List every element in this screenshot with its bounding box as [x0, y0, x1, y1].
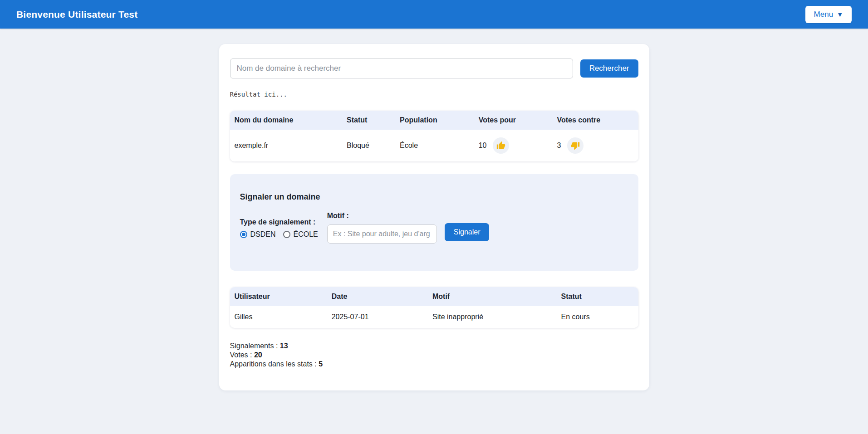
- col-header-votes-contre: Votes contre: [552, 111, 638, 130]
- report-section-title: Signaler un domaine: [240, 192, 628, 202]
- search-result-placeholder: Résultat ici...: [230, 91, 638, 98]
- votes-against-count: 3: [557, 141, 561, 150]
- col-header-votes-pour: Votes pour: [474, 111, 553, 130]
- stat-signalements-value: 13: [280, 342, 288, 350]
- col-header-domain: Nom du domaine: [230, 111, 343, 130]
- stat-apparitions-value: 5: [319, 360, 323, 368]
- thumb-down-icon: [571, 141, 580, 150]
- motif-cell: Site inapproprié: [428, 306, 557, 328]
- report-form: Type de signalement : DSDEN ÉCOLE Motif …: [240, 212, 628, 244]
- main-card: Rechercher Résultat ici... Nom du domain…: [219, 44, 649, 390]
- report-type-options: DSDEN ÉCOLE: [240, 230, 318, 239]
- radio-option-ecole[interactable]: ÉCOLE: [283, 230, 318, 239]
- app-header: Bienvenue Utilisateur Test Menu ▼: [0, 0, 868, 29]
- domain-search-input[interactable]: [230, 59, 573, 78]
- menu-button[interactable]: Menu ▼: [805, 6, 852, 23]
- report-type-block: Type de signalement : DSDEN ÉCOLE: [240, 218, 318, 239]
- motif-label: Motif :: [327, 212, 437, 220]
- table-row: exemple.fr Bloqué École 10: [230, 130, 638, 161]
- col-header-population: Population: [395, 111, 474, 130]
- radio-option-dsden[interactable]: DSDEN: [240, 230, 276, 239]
- col-header-date: Date: [327, 287, 428, 306]
- user-stats: Signalements : 13 Votes : 20 Apparitions…: [230, 341, 638, 369]
- report-submit-button[interactable]: Signaler: [445, 223, 490, 241]
- domain-search-bar: Rechercher: [230, 59, 638, 78]
- stat-votes-value: 20: [254, 351, 262, 359]
- motif-block: Motif :: [327, 212, 437, 244]
- report-type-label: Type de signalement :: [240, 218, 318, 226]
- radio-button-ecole[interactable]: [283, 231, 290, 238]
- domains-table: Nom du domaine Statut Population Votes p…: [230, 111, 638, 161]
- vote-up-button[interactable]: [493, 137, 509, 154]
- reports-table: Utilisateur Date Motif Statut Gilles 202…: [230, 287, 638, 328]
- domain-cell: exemple.fr: [230, 130, 343, 161]
- search-button[interactable]: Rechercher: [580, 59, 638, 78]
- stat-signalements-label: Signalements :: [230, 342, 278, 350]
- report-domain-section: Signaler un domaine Type de signalement …: [230, 174, 638, 271]
- population-cell: École: [395, 130, 474, 161]
- stat-votes: Votes : 20: [230, 351, 638, 360]
- col-header-statut: Statut: [342, 111, 395, 130]
- user-cell: Gilles: [230, 306, 327, 328]
- col-header-utilisateur: Utilisateur: [230, 287, 327, 306]
- votes-against-cell: 3: [557, 137, 633, 154]
- page-title: Bienvenue Utilisateur Test: [16, 9, 137, 20]
- stat-votes-label: Votes :: [230, 351, 252, 359]
- stat-signalements: Signalements : 13: [230, 341, 638, 351]
- reports-table-header-row: Utilisateur Date Motif Statut: [230, 287, 638, 306]
- radio-button-dsden[interactable]: [240, 231, 247, 238]
- radio-label-dsden: DSDEN: [250, 230, 276, 239]
- votes-for-count: 10: [479, 141, 487, 150]
- motif-input[interactable]: [327, 224, 437, 244]
- report-status-cell: En cours: [556, 306, 638, 328]
- stat-apparitions: Apparitions dans les stats : 5: [230, 360, 638, 369]
- radio-label-ecole: ÉCOLE: [294, 230, 318, 239]
- status-cell: Bloqué: [342, 130, 395, 161]
- menu-button-label: Menu: [814, 10, 834, 19]
- col-header-statut2: Statut: [556, 287, 638, 306]
- votes-for-cell: 10: [479, 137, 548, 154]
- chevron-down-icon: ▼: [837, 11, 843, 18]
- col-header-motif: Motif: [428, 287, 557, 306]
- vote-down-button[interactable]: [567, 137, 584, 154]
- stat-apparitions-label: Apparitions dans les stats :: [230, 360, 317, 368]
- domains-table-header-row: Nom du domaine Statut Population Votes p…: [230, 111, 638, 130]
- date-cell: 2025-07-01: [327, 306, 428, 328]
- thumb-up-icon: [496, 141, 505, 150]
- table-row: Gilles 2025-07-01 Site inapproprié En co…: [230, 306, 638, 328]
